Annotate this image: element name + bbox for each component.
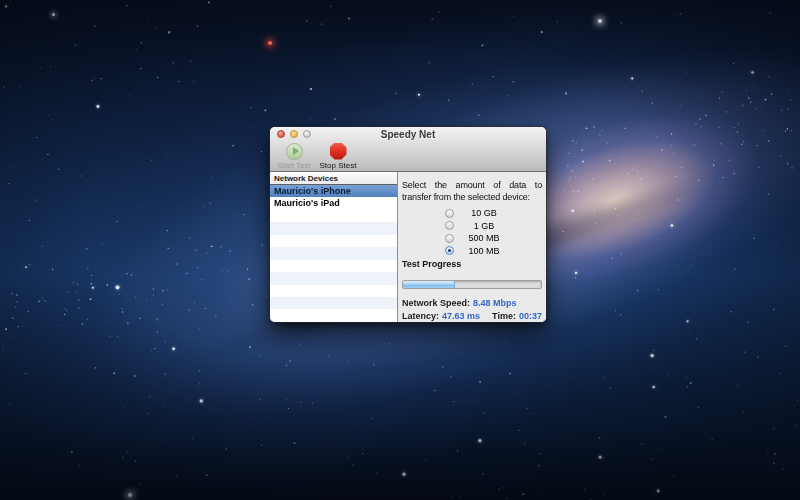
stop-test-button[interactable]: Stop Stest — [316, 142, 360, 170]
time-label: Time: — [492, 310, 516, 323]
desktop-wallpaper: Speedy Net Start Test Stop Stest Network… — [0, 0, 800, 500]
speedy-net-window: Speedy Net Start Test Stop Stest Network… — [270, 127, 546, 322]
device-list-header: Network Devices — [270, 172, 397, 185]
test-progress-label: Test Progress — [402, 259, 546, 271]
start-test-label: Start Test — [277, 161, 311, 170]
empty-list-row — [270, 210, 397, 222]
titlebar[interactable]: Speedy Net — [270, 127, 546, 141]
window-title: Speedy Net — [270, 129, 546, 140]
latency-value: 47.63 ms — [442, 310, 480, 323]
radio-off-icon[interactable] — [445, 209, 454, 218]
detail-panel: Select the amount of data to transfer fr… — [397, 172, 546, 322]
radio-option-label: 10 GB — [458, 208, 510, 218]
empty-list-row — [270, 297, 397, 309]
empty-list-row — [270, 222, 397, 234]
radio-option-label: 100 MB — [458, 246, 510, 256]
test-progress-fill — [403, 281, 455, 288]
bright-star — [52, 13, 55, 16]
radio-off-icon[interactable] — [445, 234, 454, 243]
bright-star — [598, 19, 602, 23]
latency-label: Latency: — [402, 310, 439, 323]
network-speed-label: Network Speed: — [402, 297, 470, 310]
device-row[interactable]: Mauricio's iPhone — [270, 185, 397, 197]
radio-on-icon[interactable] — [445, 246, 454, 255]
instructions-text: Select the amount of data to transfer fr… — [402, 179, 542, 203]
stats-area: Network Speed: 8.48 Mbps Latency: 47.63 … — [402, 297, 542, 322]
radio-option[interactable]: 100 MB — [398, 245, 546, 258]
radio-option-label: 500 MB — [458, 233, 510, 243]
radio-off-icon[interactable] — [445, 221, 454, 230]
network-speed-value: 8.48 Mbps — [473, 297, 517, 310]
start-test-button[interactable]: Start Test — [272, 142, 316, 170]
radio-option[interactable]: 500 MB — [398, 232, 546, 245]
empty-list-row — [270, 285, 397, 297]
window-content: Network Devices Mauricio's iPhoneMaurici… — [270, 172, 546, 322]
stop-octagon-icon — [330, 142, 347, 160]
empty-list-row — [270, 235, 397, 247]
latency-time-stat: Latency: 47.63 ms Time: 00:37 — [402, 310, 542, 323]
play-circle-icon — [286, 142, 303, 160]
window-header: Speedy Net Start Test Stop Stest — [270, 127, 546, 172]
empty-list-row — [270, 260, 397, 272]
red-star — [268, 41, 272, 45]
latency-stat: Latency: 47.63 ms — [402, 310, 480, 323]
data-amount-radio-group: 10 GB1 GB500 MB100 MB — [398, 207, 546, 257]
stop-test-label: Stop Stest — [320, 161, 357, 170]
device-row[interactable]: Mauricio's iPad — [270, 197, 397, 209]
bright-star — [128, 493, 132, 497]
empty-list-row — [270, 309, 397, 321]
test-progress-bar — [402, 280, 542, 289]
time-value: 00:37 — [519, 310, 542, 323]
radio-option[interactable]: 1 GB — [398, 220, 546, 233]
radio-option[interactable]: 10 GB — [398, 207, 546, 220]
device-list-rows: Mauricio's iPhoneMauricio's iPad — [270, 185, 397, 322]
empty-list-row — [270, 247, 397, 259]
time-stat: Time: 00:37 — [492, 310, 542, 323]
device-list: Network Devices Mauricio's iPhoneMaurici… — [270, 172, 397, 322]
network-speed-stat: Network Speed: 8.48 Mbps — [402, 297, 542, 310]
radio-option-label: 1 GB — [458, 221, 510, 231]
empty-list-row — [270, 272, 397, 284]
